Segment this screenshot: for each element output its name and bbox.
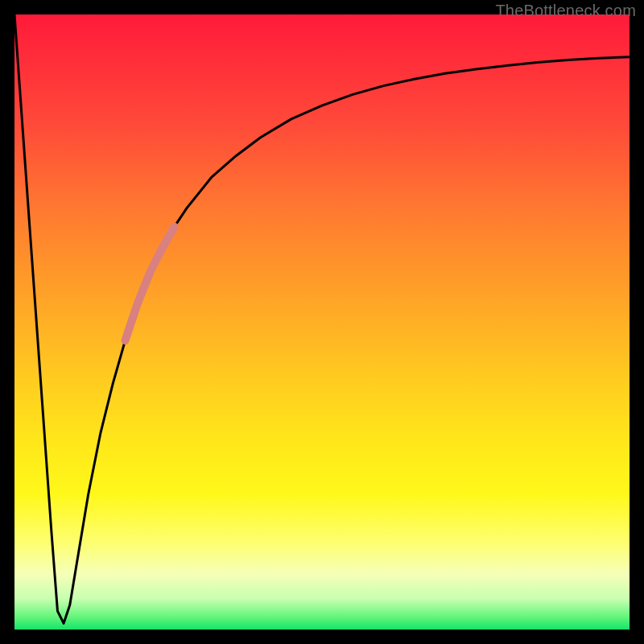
chart-container: TheBottleneck.com [0,0,644,644]
curve-layer [14,14,630,630]
bottleneck-curve [14,14,630,623]
watermark-text: TheBottleneck.com [495,2,636,20]
plot-area [14,14,630,630]
highlight-segment [126,227,175,341]
